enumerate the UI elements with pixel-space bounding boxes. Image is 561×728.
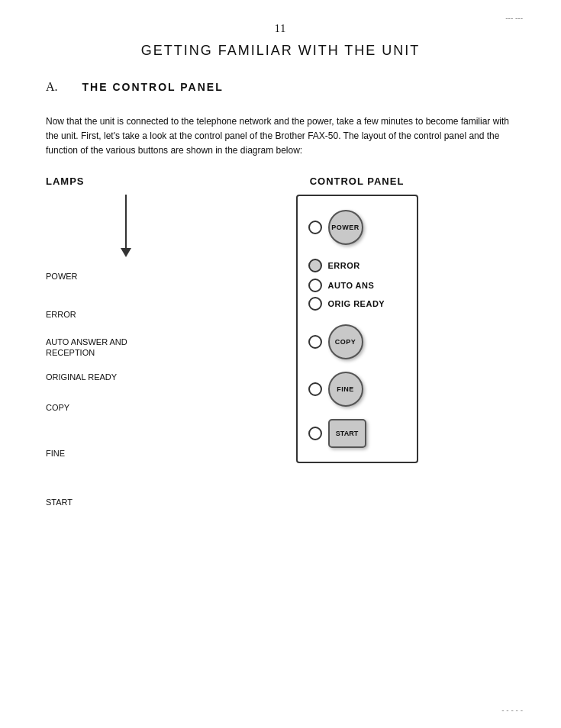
start-button[interactable]: START bbox=[328, 419, 366, 448]
power-button[interactable]: POWER bbox=[328, 210, 363, 245]
lamp-label-power: POWER bbox=[46, 271, 78, 282]
led-fine bbox=[308, 382, 322, 396]
lamp-label-fine: FINE bbox=[46, 448, 65, 459]
lamp-label-start-row: START bbox=[46, 483, 198, 529]
led-copy bbox=[308, 335, 322, 349]
control-panel-title: CONTROL PANEL bbox=[198, 176, 515, 187]
auto-ans-label: AUTO ANS bbox=[328, 281, 375, 290]
lamp-label-auto-row: AUTO ANSWER AND RECEPTION bbox=[46, 332, 198, 366]
lamp-label-copy: COPY bbox=[46, 402, 69, 413]
lamp-label-power-row: POWER bbox=[46, 265, 198, 303]
error-label: ERROR bbox=[328, 261, 360, 270]
panel-row-power: POWER bbox=[308, 210, 401, 245]
lamp-label-copy-row: COPY bbox=[46, 391, 198, 437]
lamp-label-start: START bbox=[46, 497, 73, 507]
orig-ready-label: ORIG READY bbox=[328, 299, 385, 308]
panel-row-orig-ready: ORIG READY bbox=[308, 297, 401, 311]
led-error bbox=[308, 259, 322, 272]
lamp-label-error-row: ERROR bbox=[46, 303, 198, 332]
section-title: THE CONTROL PANEL bbox=[82, 81, 224, 93]
main-title: GETTING FAMILIAR WITH THE UNIT bbox=[46, 43, 515, 59]
led-auto-ans bbox=[308, 279, 322, 292]
top-corner-text: --- --- bbox=[505, 14, 523, 22]
section-heading: A. THE CONTROL PANEL bbox=[46, 80, 515, 104]
lamp-label-auto: AUTO ANSWER AND RECEPTION bbox=[46, 337, 127, 359]
lamp-label-error: ERROR bbox=[46, 309, 76, 320]
page: --- --- 11 GETTING FAMILIAR WITH THE UNI… bbox=[0, 0, 561, 728]
section-label: A. bbox=[46, 80, 58, 94]
panel-box: POWER ERROR AUTO ANS ORIG READY bbox=[296, 195, 418, 463]
lamp-label-orig-row: ORIGINAL READY bbox=[46, 366, 198, 391]
panel-row-fine: FINE bbox=[308, 372, 401, 407]
lamps-title: LAMPS bbox=[46, 176, 198, 187]
arrow-indicator bbox=[53, 195, 198, 257]
panel-row-copy: COPY bbox=[308, 324, 401, 359]
fine-button[interactable]: FINE bbox=[328, 372, 363, 407]
diagram-area: LAMPS POWER ERROR AUTO ANSWER AND RECEPT… bbox=[46, 176, 515, 529]
lamp-labels: POWER ERROR AUTO ANSWER AND RECEPTION OR… bbox=[46, 265, 198, 529]
body-text: Now that the unit is connected to the te… bbox=[46, 114, 515, 159]
copy-button[interactable]: COPY bbox=[328, 324, 363, 359]
led-start bbox=[308, 427, 322, 440]
control-panel-section: CONTROL PANEL POWER ERROR AUTO ANS bbox=[198, 176, 515, 463]
page-number: 11 bbox=[46, 23, 515, 35]
panel-row-error: ERROR bbox=[308, 259, 401, 272]
arrow-head bbox=[121, 248, 131, 257]
panel-row-start: START bbox=[308, 419, 401, 448]
bottom-note: - - - - - bbox=[501, 706, 523, 714]
lamp-label-fine-row: FINE bbox=[46, 437, 198, 483]
panel-row-auto-ans: AUTO ANS bbox=[308, 279, 401, 292]
led-orig-ready bbox=[308, 297, 322, 311]
lamp-label-orig: ORIGINAL READY bbox=[46, 372, 117, 382]
arrow-line bbox=[125, 195, 127, 248]
lamps-section: LAMPS POWER ERROR AUTO ANSWER AND RECEPT… bbox=[46, 176, 198, 529]
led-power bbox=[308, 221, 322, 234]
